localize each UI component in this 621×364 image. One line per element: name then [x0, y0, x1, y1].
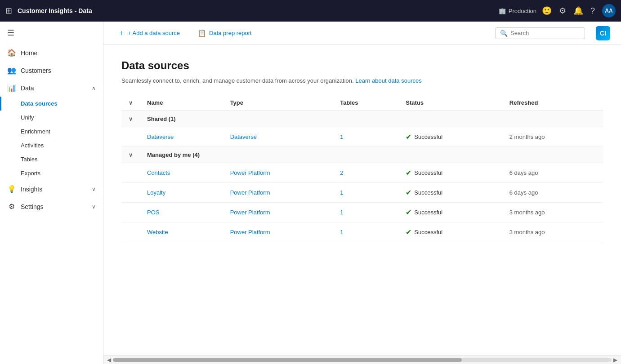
sidebar-item-data-sources[interactable]: Data sources — [0, 97, 103, 111]
row-status: ✔ Successful — [398, 127, 502, 147]
row-tables: 2 — [333, 163, 398, 183]
sidebar-item-data[interactable]: 📊 Data ∧ — [0, 79, 103, 97]
status-text: Successful — [414, 229, 442, 235]
data-prep-report-label: Data prep report — [209, 30, 252, 36]
row-refreshed: 3 months ago — [502, 203, 603, 222]
row-status: ✔ Successful — [398, 203, 502, 222]
row-refreshed: 3 months ago — [502, 222, 603, 242]
sidebar-item-home[interactable]: 🏠 Home — [0, 44, 103, 62]
sidebar-item-tables[interactable]: Tables — [0, 152, 103, 166]
data-sources-table: ∨ Name Type Tables Status Refreshed ∨ Sh… — [121, 95, 603, 242]
face-icon[interactable]: 🙂 — [542, 6, 552, 16]
table-group-row[interactable]: ∨ Managed by me (4) — [121, 147, 603, 163]
col-refreshed: Refreshed — [502, 95, 603, 111]
search-icon: 🔍 — [500, 30, 508, 37]
status-text: Successful — [414, 133, 442, 140]
sidebar-item-customers[interactable]: 👥 Customers — [0, 62, 103, 79]
table-row[interactable]: Contacts Power Platform 2 ✔ Successful 6… — [121, 163, 603, 183]
sidebar-item-exports[interactable]: Exports — [0, 166, 103, 180]
row-tables: 1 — [333, 203, 398, 222]
sidebar-item-insights[interactable]: 💡 Insights ∨ — [0, 180, 103, 198]
table-row[interactable]: Website Power Platform 1 ✔ Successful 3 … — [121, 222, 603, 242]
main-content: Data sources Seamlessly connect to, enri… — [103, 45, 621, 364]
scrollbar-track[interactable] — [113, 358, 612, 362]
row-name[interactable]: Website — [140, 222, 223, 242]
row-type: Power Platform — [223, 222, 333, 242]
grid-icon[interactable]: ⊞ — [5, 6, 12, 16]
scroll-left-icon[interactable]: ◀ — [107, 357, 111, 363]
home-icon: 🏠 — [7, 49, 16, 57]
sidebar-item-unify[interactable]: Unify — [0, 111, 103, 124]
app-title: Customer Insights - Data — [18, 7, 493, 14]
row-type: Dataverse — [223, 127, 333, 147]
sidebar-label-home: Home — [21, 49, 37, 57]
sidebar-label-data: Data — [21, 84, 34, 92]
report-icon: 📋 — [198, 29, 206, 37]
sidebar-label-unify: Unify — [21, 114, 34, 121]
row-tables: 1 — [333, 222, 398, 242]
avatar[interactable]: AA — [602, 4, 616, 18]
settings-side-icon: ⚙ — [7, 202, 16, 211]
env-selector[interactable]: 🏢 Production — [499, 8, 536, 14]
group-chevron[interactable]: ∨ — [121, 147, 140, 163]
add-data-source-button[interactable]: ＋ + Add a data source — [114, 27, 183, 40]
sidebar-item-enrichment[interactable]: Enrichment — [0, 124, 103, 138]
row-type: Power Platform — [223, 183, 333, 203]
horizontal-scrollbar: ◀ ▶ — [103, 355, 621, 364]
sidebar-label-settings: Settings — [21, 203, 44, 210]
table-row[interactable]: Loyalty Power Platform 1 ✔ Successful 6 … — [121, 183, 603, 203]
status-icon: ✔ — [406, 133, 411, 141]
toolbar: ＋ + Add a data source 📋 Data prep report… — [103, 22, 621, 45]
sidebar-label-insights: Insights — [21, 186, 42, 193]
row-name[interactable]: Dataverse — [140, 127, 223, 147]
hamburger-icon[interactable]: ☰ — [0, 22, 103, 44]
status-text: Successful — [414, 189, 442, 196]
table-row[interactable]: POS Power Platform 1 ✔ Successful 3 mont… — [121, 203, 603, 222]
sidebar-item-settings[interactable]: ⚙ Settings ∨ — [0, 198, 103, 215]
status-icon: ✔ — [406, 169, 411, 177]
help-icon[interactable]: ? — [590, 6, 595, 16]
table-row[interactable]: Dataverse Dataverse 1 ✔ Successful 2 mon… — [121, 127, 603, 147]
row-expand — [121, 127, 140, 147]
table-group-row[interactable]: ∨ Shared (1) — [121, 111, 603, 127]
sidebar-label-activities: Activities — [21, 142, 44, 149]
sidebar-label-exports: Exports — [21, 170, 40, 177]
page-title: Data sources — [121, 59, 603, 72]
row-expand — [121, 222, 140, 242]
data-prep-report-button[interactable]: 📋 Data prep report — [194, 27, 255, 39]
collapse-all-icon[interactable]: ∨ — [129, 100, 133, 106]
topbar-icons: 🙂 ⚙ 🔔 ? AA — [542, 4, 616, 18]
sidebar-item-activities[interactable]: Activities — [0, 138, 103, 152]
row-name[interactable]: Loyalty — [140, 183, 223, 203]
col-tables: Tables — [333, 95, 398, 111]
status-text: Successful — [414, 209, 442, 216]
topbar: ⊞ Customer Insights - Data 🏢 Production … — [0, 0, 621, 22]
row-refreshed: 2 months ago — [502, 127, 603, 147]
settings-icon[interactable]: ⚙ — [559, 6, 566, 16]
scrollbar-thumb — [113, 358, 462, 362]
bell-icon[interactable]: 🔔 — [573, 6, 583, 16]
status-icon: ✔ — [406, 208, 411, 217]
status-icon: ✔ — [406, 228, 411, 236]
status-text: Successful — [414, 169, 442, 176]
row-type: Power Platform — [223, 203, 333, 222]
scroll-right-icon[interactable]: ▶ — [613, 357, 617, 363]
search-box[interactable]: 🔍 — [495, 27, 585, 39]
search-input[interactable] — [510, 30, 580, 36]
row-name[interactable]: Contacts — [140, 163, 223, 183]
row-name[interactable]: POS — [140, 203, 223, 222]
settings-chevron-icon: ∨ — [92, 204, 96, 210]
data-icon: 📊 — [7, 84, 16, 92]
row-expand — [121, 203, 140, 222]
data-chevron-icon: ∧ — [92, 85, 96, 91]
group-label: Managed by me (4) — [140, 147, 603, 163]
group-chevron[interactable]: ∨ — [121, 111, 140, 127]
env-label: Production — [509, 8, 536, 14]
sidebar: ☰ 🏠 Home 👥 Customers 📊 Data ∧ Data sourc… — [0, 22, 103, 364]
plus-icon: ＋ — [118, 28, 125, 38]
row-expand — [121, 163, 140, 183]
col-status: Status — [398, 95, 502, 111]
content-area: Data sources Seamlessly connect to, enri… — [103, 45, 621, 355]
sidebar-label-enrichment: Enrichment — [21, 128, 50, 135]
learn-link[interactable]: Learn about data sources — [355, 77, 421, 84]
